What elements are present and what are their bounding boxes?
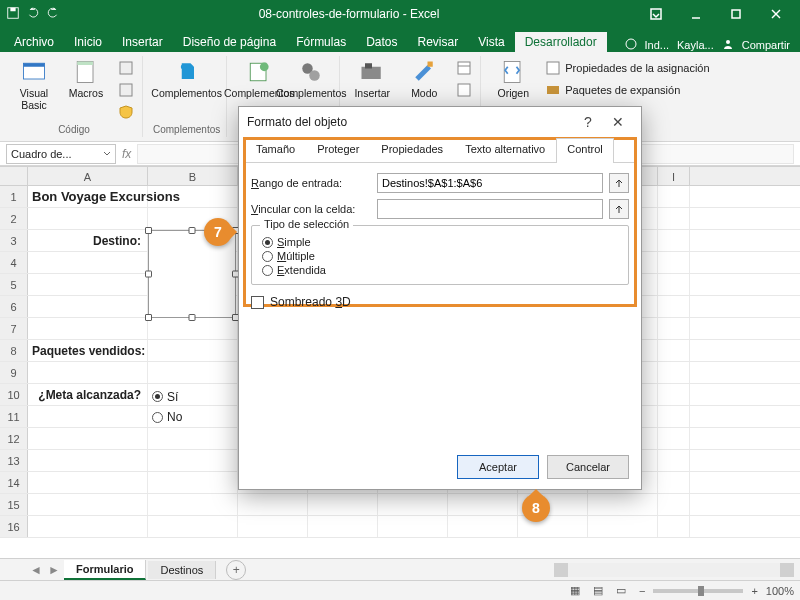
sheet-nav-prev-icon[interactable]: ◄	[28, 563, 44, 577]
complementos-button[interactable]: Complementos	[165, 56, 209, 102]
page-layout-icon[interactable]: ▤	[588, 584, 608, 597]
tab-insertar[interactable]: Insertar	[112, 32, 173, 52]
sheet-tab-formulario[interactable]: Formulario	[64, 560, 146, 580]
row-15[interactable]: 15	[0, 494, 28, 515]
row-7[interactable]: 7	[0, 318, 28, 339]
refedit-icon[interactable]	[609, 173, 629, 193]
input-range-input[interactable]	[377, 173, 603, 193]
cell-link-input[interactable]	[377, 199, 603, 219]
relative-refs-button[interactable]	[116, 80, 136, 100]
checkbox-3d-shading[interactable]: Sombreado 3D	[251, 295, 351, 309]
minimize-icon[interactable]	[678, 0, 714, 28]
zoom-out-icon[interactable]: −	[639, 585, 645, 597]
maximize-icon[interactable]	[718, 0, 754, 28]
row-10[interactable]: 10	[0, 384, 28, 405]
row-5[interactable]: 5	[0, 274, 28, 295]
macros-button[interactable]: Macros	[64, 56, 108, 102]
design-mode-button[interactable]: Modo	[402, 56, 446, 102]
resize-handle[interactable]	[145, 271, 152, 278]
addins-com-button[interactable]: Complementos	[289, 56, 333, 102]
zoom-level[interactable]: 100%	[766, 585, 794, 597]
ribbon-options-icon[interactable]	[638, 0, 674, 28]
radio-extendida[interactable]: Extendida	[262, 264, 618, 276]
row-4[interactable]: 4	[0, 252, 28, 273]
cancel-button[interactable]: Cancelar	[547, 455, 629, 479]
name-box[interactable]: Cuadro de...	[6, 144, 116, 164]
share-icon[interactable]	[722, 38, 734, 52]
col-B[interactable]: B	[148, 167, 238, 185]
dlgtab-texto-alt[interactable]: Texto alternativo	[454, 138, 556, 163]
row-14[interactable]: 14	[0, 472, 28, 493]
row-12[interactable]: 12	[0, 428, 28, 449]
radio-simple[interactable]: Simple	[262, 236, 618, 248]
cell-B10[interactable]: Sí	[148, 384, 238, 405]
row-2[interactable]: 2	[0, 208, 28, 229]
tellme-icon[interactable]	[625, 38, 637, 52]
resize-handle[interactable]	[145, 314, 152, 321]
dialog-titlebar[interactable]: Formato del objeto ? ✕	[239, 107, 641, 137]
fx-icon[interactable]: fx	[122, 147, 131, 161]
expansion-packs-button[interactable]: Paquetes de expansión	[543, 80, 711, 100]
tellme-label[interactable]: Ind...	[645, 39, 669, 51]
tab-datos[interactable]: Datos	[356, 32, 407, 52]
tab-desarrollador[interactable]: Desarrollador	[515, 32, 607, 52]
tab-formulas[interactable]: Fórmulas	[286, 32, 356, 52]
normal-view-icon[interactable]: ▦	[565, 584, 585, 597]
resize-handle[interactable]	[189, 227, 196, 234]
row-3[interactable]: 3	[0, 230, 28, 251]
page-break-icon[interactable]: ▭	[611, 584, 631, 597]
dlgtab-tamano[interactable]: Tamaño	[245, 138, 306, 163]
col-A[interactable]: A	[28, 167, 148, 185]
row-13[interactable]: 13	[0, 450, 28, 471]
zoom-in-icon[interactable]: +	[751, 585, 757, 597]
new-sheet-button[interactable]: +	[226, 560, 246, 580]
radio-no[interactable]: No	[152, 406, 182, 428]
horizontal-scrollbar[interactable]	[554, 563, 794, 577]
tab-inicio[interactable]: Inicio	[64, 32, 112, 52]
resize-handle[interactable]	[189, 314, 196, 321]
map-properties-button[interactable]: Propiedades de la asignación	[543, 58, 711, 78]
refedit-icon[interactable]	[609, 199, 629, 219]
tab-vista[interactable]: Vista	[468, 32, 514, 52]
redo-icon[interactable]	[46, 6, 60, 23]
view-code-button[interactable]	[454, 80, 474, 100]
cell-A8[interactable]: Paquetes vendidos:	[28, 340, 148, 361]
col-I[interactable]: I	[658, 167, 690, 185]
close-icon[interactable]: ✕	[603, 114, 633, 130]
help-icon[interactable]: ?	[573, 114, 603, 130]
share-label[interactable]: Compartir	[742, 39, 790, 51]
record-macro-button[interactable]	[116, 58, 136, 78]
macro-security-button[interactable]	[116, 102, 136, 122]
row-9[interactable]: 9	[0, 362, 28, 383]
dlgtab-propiedades[interactable]: Propiedades	[370, 138, 454, 163]
dlgtab-control[interactable]: Control	[556, 138, 613, 163]
insert-control-button[interactable]: Insertar	[350, 56, 394, 102]
radio-si[interactable]: Sí	[152, 386, 178, 408]
resize-handle[interactable]	[145, 227, 152, 234]
tab-revisar[interactable]: Revisar	[408, 32, 469, 52]
user-label[interactable]: Kayla...	[677, 39, 714, 51]
addins-excel-button[interactable]: Complementos	[237, 56, 281, 102]
row-8[interactable]: 8	[0, 340, 28, 361]
close-icon[interactable]	[758, 0, 794, 28]
tab-diseno-pagina[interactable]: Diseño de página	[173, 32, 286, 52]
sheet-nav-next-icon[interactable]: ►	[46, 563, 62, 577]
cell-A10[interactable]: ¿Meta alcanzada?	[28, 384, 148, 405]
save-icon[interactable]	[6, 6, 20, 23]
dlgtab-proteger[interactable]: Proteger	[306, 138, 370, 163]
accept-button[interactable]: Aceptar	[457, 455, 539, 479]
cell-A3[interactable]: Destino:	[28, 230, 148, 251]
select-all-triangle[interactable]	[0, 167, 28, 185]
undo-icon[interactable]	[26, 6, 40, 23]
tab-archivo[interactable]: Archivo	[4, 32, 64, 52]
row-16[interactable]: 16	[0, 516, 28, 537]
row-11[interactable]: 11	[0, 406, 28, 427]
row-1[interactable]: 1	[0, 186, 28, 207]
visual-basic-button[interactable]: Visual Basic	[12, 56, 56, 113]
cell-A1[interactable]: Bon Voyage Excursions	[28, 186, 148, 207]
cell-B11[interactable]: No	[148, 406, 238, 427]
row-6[interactable]: 6	[0, 296, 28, 317]
sheet-tab-destinos[interactable]: Destinos	[148, 561, 216, 579]
properties-button[interactable]	[454, 58, 474, 78]
zoom-slider[interactable]	[653, 589, 743, 593]
